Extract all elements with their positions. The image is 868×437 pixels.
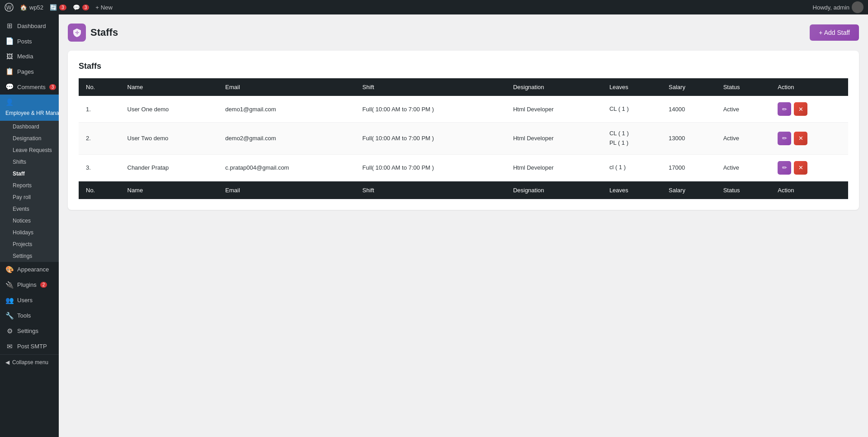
posts-icon: 📄 [5, 37, 14, 45]
appearance-icon: 🎨 [5, 266, 14, 274]
edit-button[interactable]: ✏ [778, 132, 791, 145]
cell-action: ✏ ✕ [770, 154, 848, 181]
sidebar-subitem-settings[interactable]: Settings [0, 250, 59, 262]
sidebar-subitem-holidays[interactable]: Holidays [0, 227, 59, 238]
page-header: ✛ Staffs + Add Staff [68, 24, 859, 42]
cell-leaves: CL ( 1 )PL ( 1 ) [602, 123, 661, 155]
delete-button[interactable]: ✕ [794, 102, 807, 116]
col-footer-designation: Designation [506, 181, 602, 199]
comments-icon: 💬 [5, 83, 14, 91]
table-row: 1. User One demo demo1@gmail.com Full( 1… [79, 96, 848, 123]
edit-button[interactable]: ✏ [778, 161, 791, 175]
add-staff-button[interactable]: + Add Staff [810, 24, 859, 41]
cell-status: Active [716, 96, 771, 123]
sidebar-item-settings[interactable]: ⚙ Settings [0, 323, 59, 339]
col-footer-shift: Shift [355, 181, 506, 199]
dashboard-icon: ⊞ [5, 22, 14, 30]
col-header-name: Name [120, 78, 218, 96]
new-content-button[interactable]: + New [95, 4, 113, 11]
update-icon: 🔄 [50, 4, 57, 11]
sidebar-item-pages[interactable]: 📋 Pages [0, 64, 59, 79]
delete-button[interactable]: ✕ [794, 161, 807, 175]
sidebar-subitem-notices[interactable]: Notices [0, 215, 59, 227]
staff-table: No. Name Email Shift Designation Leaves … [79, 78, 848, 199]
cell-email: demo1@gmail.com [218, 96, 355, 123]
plus-icon: + [95, 4, 99, 11]
cell-name: Chander Pratap [120, 154, 218, 181]
sidebar-item-users[interactable]: 👥 Users [0, 293, 59, 308]
employee-hr-submenu: Dashboard Designation Leave Requests Shi… [0, 121, 59, 262]
col-footer-action: Action [770, 181, 848, 199]
sidebar-item-dashboard[interactable]: ⊞ Dashboard [0, 18, 59, 33]
svg-text:W: W [6, 5, 12, 11]
sidebar-item-appearance[interactable]: 🎨 Appearance [0, 262, 59, 277]
cell-no: 3. [79, 154, 120, 181]
sidebar-subitem-designation[interactable]: Designation [0, 133, 59, 144]
pages-icon: 📋 [5, 67, 14, 76]
main-content: ✛ Staffs + Add Staff Staffs No. Name Ema… [59, 14, 868, 437]
howdy-link[interactable]: Howdy, admin [813, 1, 863, 13]
collapse-icon: ◀ [5, 359, 9, 366]
sidebar-item-comments[interactable]: 💬 Comments 3 [0, 79, 59, 95]
col-footer-status: Status [716, 181, 771, 199]
table-card: Staffs No. Name Email Shift Designation … [68, 51, 859, 210]
settings-icon: ⚙ [5, 327, 14, 335]
col-header-designation: Designation [506, 78, 602, 96]
sidebar-item-plugins[interactable]: 🔌 Plugins 2 [0, 277, 59, 293]
updates-link[interactable]: 🔄 3 [50, 4, 66, 11]
sidebar-subitem-leave-requests[interactable]: Leave Requests [0, 144, 59, 156]
table-row: 3. Chander Pratap c.pratap004@gmail.com … [79, 154, 848, 181]
plugins-icon: 🔌 [5, 281, 14, 289]
sidebar-subitem-events[interactable]: Events [0, 203, 59, 215]
sidebar-item-posts[interactable]: 📄 Posts [0, 33, 59, 49]
comment-icon: 💬 [73, 4, 80, 11]
sidebar-item-post-smtp[interactable]: ✉ Post SMTP [0, 339, 59, 354]
col-header-leaves: Leaves [602, 78, 661, 96]
table-footer-row: No. Name Email Shift Designation Leaves … [79, 181, 848, 199]
table-row: 2. User Two demo demo2@gmail.com Full( 1… [79, 123, 848, 155]
cell-designation: Html Developer [506, 96, 602, 123]
sidebar-item-tools[interactable]: 🔧 Tools [0, 308, 59, 323]
cell-leaves: CL ( 1 ) [602, 96, 661, 123]
svg-text:✛: ✛ [75, 30, 79, 35]
sidebar-item-employee-hr[interactable]: 👤 Employee & HR Management [0, 95, 59, 121]
cell-no: 2. [79, 123, 120, 155]
site-name-link[interactable]: 🏠 wp52 [20, 4, 43, 11]
col-header-no: No. [79, 78, 120, 96]
edit-button[interactable]: ✏ [778, 102, 791, 116]
page-title: Staffs [90, 27, 118, 38]
admin-bar: W 🏠 wp52 🔄 3 💬 3 + New Howdy, admin [0, 0, 868, 14]
cell-name: User Two demo [120, 123, 218, 155]
table-header-row: No. Name Email Shift Designation Leaves … [79, 78, 848, 96]
cell-designation: Html Developer [506, 154, 602, 181]
col-footer-email: Email [218, 181, 355, 199]
cell-shift: Full( 10:00 AM to 7:00 PM ) [355, 154, 506, 181]
sidebar-subitem-shifts[interactable]: Shifts [0, 156, 59, 168]
sidebar-subitem-projects[interactable]: Projects [0, 238, 59, 250]
cell-shift: Full( 10:00 AM to 7:00 PM ) [355, 96, 506, 123]
cell-shift: Full( 10:00 AM to 7:00 PM ) [355, 123, 506, 155]
cell-no: 1. [79, 96, 120, 123]
cell-status: Active [716, 154, 771, 181]
sidebar-item-media[interactable]: 🖼 Media [0, 49, 59, 64]
wp-logo-link[interactable]: W [5, 3, 14, 12]
cell-email: c.pratap004@gmail.com [218, 154, 355, 181]
col-footer-salary: Salary [661, 181, 716, 199]
cell-status: Active [716, 123, 771, 155]
sidebar-subitem-payroll[interactable]: Pay roll [0, 191, 59, 203]
col-header-action: Action [770, 78, 848, 96]
sidebar-subitem-staff[interactable]: Staff [0, 168, 59, 180]
collapse-menu-button[interactable]: ◀ Collapse menu [0, 354, 59, 370]
site-icon: 🏠 [20, 4, 27, 11]
sidebar-subitem-dashboard[interactable]: Dashboard [0, 121, 59, 133]
col-footer-name: Name [120, 181, 218, 199]
employee-hr-icon: 👤 [5, 98, 14, 106]
cell-salary: 14000 [661, 96, 716, 123]
media-icon: 🖼 [5, 52, 14, 60]
sidebar-subitem-reports[interactable]: Reports [0, 180, 59, 191]
delete-button[interactable]: ✕ [794, 132, 807, 145]
post-smtp-icon: ✉ [5, 342, 14, 351]
tools-icon: 🔧 [5, 312, 14, 320]
comments-link[interactable]: 💬 3 [73, 4, 90, 11]
cell-email: demo2@gmail.com [218, 123, 355, 155]
